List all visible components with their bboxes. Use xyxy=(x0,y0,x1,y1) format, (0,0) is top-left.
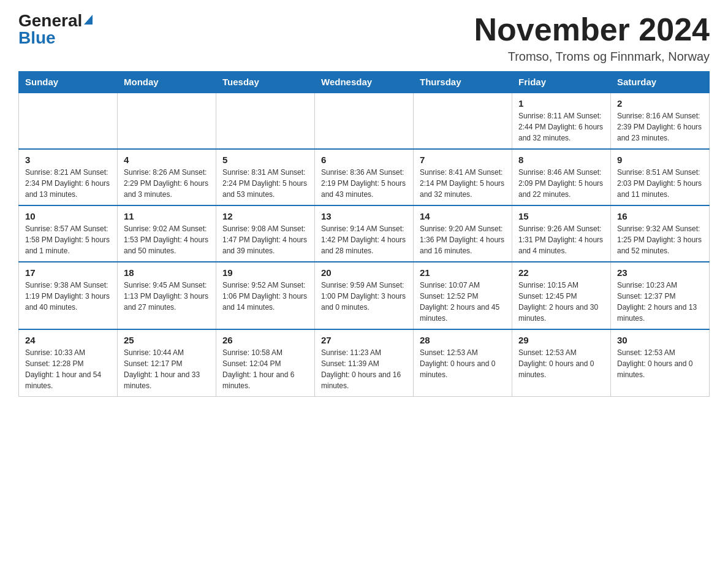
day-info: Sunrise: 8:26 AM Sunset: 2:29 PM Dayligh… xyxy=(124,167,210,200)
calendar-day-cell: 21Sunrise: 10:07 AM Sunset: 12:52 PM Day… xyxy=(414,262,512,329)
day-number: 17 xyxy=(25,267,111,278)
calendar-day-cell: 29Sunset: 12:53 AM Daylight: 0 hours and… xyxy=(512,329,611,397)
calendar-day-cell: 3Sunrise: 8:21 AM Sunset: 2:34 PM Daylig… xyxy=(19,149,118,205)
day-number: 14 xyxy=(420,211,506,221)
day-info: Sunrise: 10:58 AM Sunset: 12:04 PM Dayli… xyxy=(222,347,308,391)
day-info: Sunrise: 9:08 AM Sunset: 1:47 PM Dayligh… xyxy=(222,223,308,256)
calendar-day-cell: 25Sunrise: 10:44 AM Sunset: 12:17 PM Day… xyxy=(118,329,216,397)
day-of-week-header: Saturday xyxy=(611,72,710,93)
page-header: General Blue November 2024 Tromso, Troms… xyxy=(18,12,710,64)
day-info: Sunrise: 8:46 AM Sunset: 2:09 PM Dayligh… xyxy=(518,167,604,200)
calendar-day-cell: 14Sunrise: 9:20 AM Sunset: 1:36 PM Dayli… xyxy=(414,205,512,262)
day-info: Sunrise: 9:38 AM Sunset: 1:19 PM Dayligh… xyxy=(25,280,111,313)
calendar-day-cell: 15Sunrise: 9:26 AM Sunset: 1:31 PM Dayli… xyxy=(512,205,611,262)
day-info: Sunrise: 10:33 AM Sunset: 12:28 PM Dayli… xyxy=(25,347,111,391)
day-number: 8 xyxy=(518,155,604,165)
day-number: 24 xyxy=(25,335,111,345)
day-number: 21 xyxy=(420,267,506,278)
calendar-day-cell: 18Sunrise: 9:45 AM Sunset: 1:13 PM Dayli… xyxy=(118,262,216,329)
calendar-day-cell: 12Sunrise: 9:08 AM Sunset: 1:47 PM Dayli… xyxy=(216,205,315,262)
calendar-week-row: 1Sunrise: 8:11 AM Sunset: 2:44 PM Daylig… xyxy=(19,93,710,149)
day-info: Sunrise: 10:23 AM Sunset: 12:37 PM Dayli… xyxy=(617,280,703,324)
day-of-week-header: Tuesday xyxy=(216,72,315,93)
calendar-header-row: SundayMondayTuesdayWednesdayThursdayFrid… xyxy=(19,72,710,93)
day-number: 15 xyxy=(518,211,604,221)
day-info: Sunrise: 11:23 AM Sunset: 11:39 AM Dayli… xyxy=(321,347,407,391)
day-number: 23 xyxy=(617,267,703,278)
logo: General Blue xyxy=(18,12,93,47)
day-info: Sunrise: 9:52 AM Sunset: 1:06 PM Dayligh… xyxy=(222,280,308,313)
calendar-day-cell: 5Sunrise: 8:31 AM Sunset: 2:24 PM Daylig… xyxy=(216,149,315,205)
calendar-table: SundayMondayTuesdayWednesdayThursdayFrid… xyxy=(18,71,710,397)
day-info: Sunrise: 9:14 AM Sunset: 1:42 PM Dayligh… xyxy=(321,223,407,256)
calendar-subtitle: Tromso, Troms og Finnmark, Norway xyxy=(474,50,710,64)
day-number: 1 xyxy=(518,98,604,109)
day-number: 20 xyxy=(321,267,407,278)
calendar-day-cell xyxy=(19,93,118,149)
day-info: Sunrise: 8:36 AM Sunset: 2:19 PM Dayligh… xyxy=(321,167,407,200)
day-of-week-header: Sunday xyxy=(19,72,118,93)
day-number: 11 xyxy=(124,211,210,221)
calendar-day-cell: 11Sunrise: 9:02 AM Sunset: 1:53 PM Dayli… xyxy=(118,205,216,262)
day-number: 29 xyxy=(518,335,604,345)
day-info: Sunrise: 9:45 AM Sunset: 1:13 PM Dayligh… xyxy=(124,280,210,313)
day-info: Sunrise: 9:32 AM Sunset: 1:25 PM Dayligh… xyxy=(617,223,703,256)
day-number: 22 xyxy=(518,267,604,278)
calendar-day-cell: 20Sunrise: 9:59 AM Sunset: 1:00 PM Dayli… xyxy=(315,262,414,329)
calendar-day-cell: 22Sunrise: 10:15 AM Sunset: 12:45 PM Day… xyxy=(512,262,611,329)
calendar-day-cell: 1Sunrise: 8:11 AM Sunset: 2:44 PM Daylig… xyxy=(512,93,611,149)
day-number: 5 xyxy=(222,155,308,165)
day-info: Sunset: 12:53 AM Daylight: 0 hours and 0… xyxy=(420,347,506,380)
calendar-week-row: 24Sunrise: 10:33 AM Sunset: 12:28 PM Day… xyxy=(19,329,710,397)
calendar-day-cell: 10Sunrise: 8:57 AM Sunset: 1:58 PM Dayli… xyxy=(19,205,118,262)
calendar-week-row: 10Sunrise: 8:57 AM Sunset: 1:58 PM Dayli… xyxy=(19,205,710,262)
day-number: 18 xyxy=(124,267,210,278)
day-info: Sunrise: 8:57 AM Sunset: 1:58 PM Dayligh… xyxy=(25,223,111,256)
day-info: Sunrise: 10:15 AM Sunset: 12:45 PM Dayli… xyxy=(518,280,604,324)
day-info: Sunrise: 9:02 AM Sunset: 1:53 PM Dayligh… xyxy=(124,223,210,256)
day-info: Sunrise: 8:51 AM Sunset: 2:03 PM Dayligh… xyxy=(617,167,703,200)
calendar-day-cell xyxy=(216,93,315,149)
day-number: 3 xyxy=(25,155,111,165)
calendar-day-cell: 19Sunrise: 9:52 AM Sunset: 1:06 PM Dayli… xyxy=(216,262,315,329)
day-info: Sunset: 12:53 AM Daylight: 0 hours and 0… xyxy=(617,347,703,380)
logo-arrow-icon xyxy=(84,15,93,25)
calendar-week-row: 3Sunrise: 8:21 AM Sunset: 2:34 PM Daylig… xyxy=(19,149,710,205)
calendar-day-cell: 4Sunrise: 8:26 AM Sunset: 2:29 PM Daylig… xyxy=(118,149,216,205)
day-number: 7 xyxy=(420,155,506,165)
calendar-day-cell: 17Sunrise: 9:38 AM Sunset: 1:19 PM Dayli… xyxy=(19,262,118,329)
day-info: Sunrise: 10:44 AM Sunset: 12:17 PM Dayli… xyxy=(124,347,210,391)
calendar-day-cell: 28Sunset: 12:53 AM Daylight: 0 hours and… xyxy=(414,329,512,397)
calendar-day-cell xyxy=(118,93,216,149)
calendar-week-row: 17Sunrise: 9:38 AM Sunset: 1:19 PM Dayli… xyxy=(19,262,710,329)
day-info: Sunrise: 8:41 AM Sunset: 2:14 PM Dayligh… xyxy=(420,167,506,200)
day-info: Sunrise: 8:16 AM Sunset: 2:39 PM Dayligh… xyxy=(617,110,703,144)
day-info: Sunrise: 8:31 AM Sunset: 2:24 PM Dayligh… xyxy=(222,167,308,200)
calendar-day-cell: 27Sunrise: 11:23 AM Sunset: 11:39 AM Day… xyxy=(315,329,414,397)
day-number: 13 xyxy=(321,211,407,221)
day-of-week-header: Monday xyxy=(118,72,216,93)
day-number: 27 xyxy=(321,335,407,345)
day-number: 19 xyxy=(222,267,308,278)
calendar-day-cell: 2Sunrise: 8:16 AM Sunset: 2:39 PM Daylig… xyxy=(611,93,710,149)
day-of-week-header: Wednesday xyxy=(315,72,414,93)
day-info: Sunrise: 9:59 AM Sunset: 1:00 PM Dayligh… xyxy=(321,280,407,313)
day-number: 16 xyxy=(617,211,703,221)
logo-blue-text: Blue xyxy=(18,29,93,47)
logo-general-text: General xyxy=(18,12,82,29)
day-number: 9 xyxy=(617,155,703,165)
day-number: 25 xyxy=(124,335,210,345)
calendar-day-cell: 24Sunrise: 10:33 AM Sunset: 12:28 PM Day… xyxy=(19,329,118,397)
calendar-day-cell: 9Sunrise: 8:51 AM Sunset: 2:03 PM Daylig… xyxy=(611,149,710,205)
calendar-day-cell: 8Sunrise: 8:46 AM Sunset: 2:09 PM Daylig… xyxy=(512,149,611,205)
day-number: 2 xyxy=(617,98,703,109)
day-number: 26 xyxy=(222,335,308,345)
title-section: November 2024 Tromso, Troms og Finnmark,… xyxy=(474,12,710,64)
day-info: Sunset: 12:53 AM Daylight: 0 hours and 0… xyxy=(518,347,604,380)
calendar-day-cell: 23Sunrise: 10:23 AM Sunset: 12:37 PM Day… xyxy=(611,262,710,329)
day-number: 10 xyxy=(25,211,111,221)
calendar-day-cell: 13Sunrise: 9:14 AM Sunset: 1:42 PM Dayli… xyxy=(315,205,414,262)
day-number: 6 xyxy=(321,155,407,165)
day-info: Sunrise: 8:11 AM Sunset: 2:44 PM Dayligh… xyxy=(518,110,604,144)
day-number: 30 xyxy=(617,335,703,345)
